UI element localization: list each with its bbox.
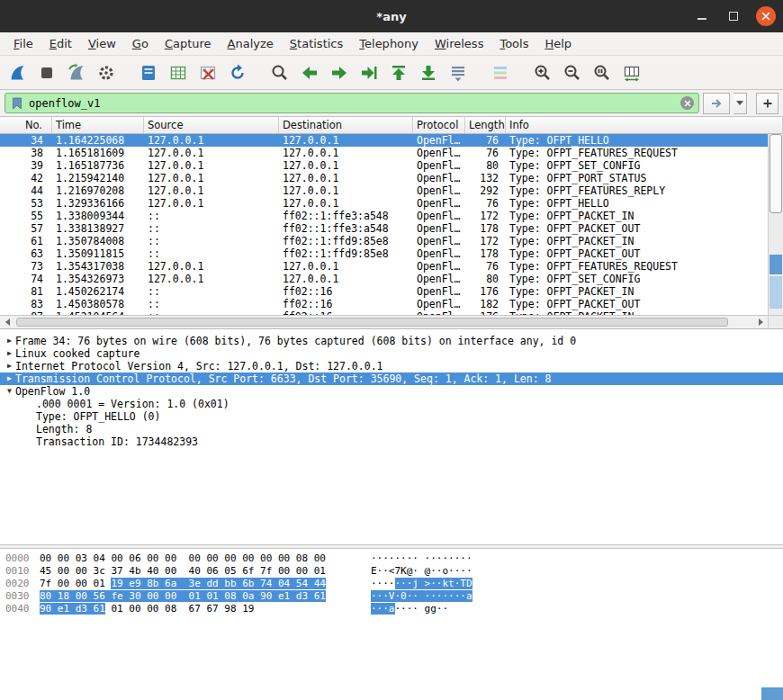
maximize-button[interactable] [724, 7, 742, 25]
column-header-dst[interactable]: Destination [279, 117, 413, 133]
hex-row[interactable]: 00207f 00 00 01 19 e9 8b 6a 3e dd bb 6b … [0, 578, 783, 590]
menu-file[interactable]: File [5, 34, 41, 53]
detail-line[interactable]: Transaction ID: 1734482393 [0, 435, 783, 448]
packet-row[interactable]: 631.350911815::ff02::1:ffd9:85e8OpenFl…1… [0, 247, 783, 260]
go-last-button[interactable] [417, 61, 440, 85]
hex-row[interactable]: 004090 e1 d3 61 01 00 00 08 67 67 98 19·… [0, 603, 783, 615]
expand-arrow-icon[interactable]: ▶ [4, 347, 15, 360]
hex-bytes: 7f 00 00 01 19 e9 8b 6a 3e dd bb 6b 74 0… [40, 578, 349, 590]
packet-row[interactable]: 441.216970208127.0.0.1127.0.0.1OpenFl…29… [0, 184, 783, 197]
cell-proto: OpenFl… [413, 235, 465, 247]
menu-telephony[interactable]: Telephony [351, 34, 427, 53]
detail-line[interactable]: ▶Linux cooked capture [0, 347, 783, 360]
scroll-left-button[interactable] [0, 316, 14, 328]
apply-arrow-icon [709, 96, 724, 111]
go-forward-button[interactable] [328, 61, 351, 85]
packet-row[interactable]: 611.350784008::ff02::1:ffd9:85e8OpenFl…1… [0, 235, 783, 247]
menu-wireless[interactable]: Wireless [427, 34, 491, 53]
column-header-src[interactable]: Source [144, 117, 279, 133]
start-capture-button[interactable] [5, 61, 29, 85]
stop-capture-button[interactable] [35, 61, 58, 85]
auto-scroll-button[interactable] [446, 61, 470, 85]
packet-row[interactable]: 741.354326973127.0.0.1127.0.0.1OpenFl…80… [0, 273, 783, 285]
hex-seg: 00 00 03 04 00 06 00 00 00 00 00 00 00 0… [40, 552, 326, 564]
zoom-original-button[interactable] [590, 61, 614, 85]
collapse-arrow-icon[interactable]: ▼ [4, 385, 15, 398]
filter-add-button[interactable] [756, 93, 778, 114]
minimize-button[interactable] [693, 7, 711, 25]
restart-capture-button[interactable] [65, 61, 88, 85]
hex-row[interactable]: 000000 00 03 04 00 06 00 00 00 00 00 00 … [0, 552, 783, 565]
detail-line[interactable]: Type: OFPT_HELLO (0) [0, 410, 783, 423]
cell-proto: OpenFl… [413, 147, 465, 159]
close-file-button[interactable] [196, 61, 220, 85]
detail-line[interactable]: Length: 8 [0, 423, 783, 435]
packet-row[interactable]: 551.338009344::ff02::1:ffe3:a548OpenFl…1… [0, 210, 783, 222]
menu-statistics[interactable]: Statistics [282, 34, 351, 53]
packet-row[interactable]: 731.354317038127.0.0.1127.0.0.1OpenFl…76… [0, 260, 783, 273]
go-to-packet-button[interactable] [357, 61, 381, 85]
filter-dropdown-button[interactable] [734, 93, 747, 114]
filter-input[interactable] [29, 97, 676, 110]
column-header-info[interactable]: Info [506, 117, 783, 133]
filter-field[interactable] [4, 93, 699, 113]
hscroll-track[interactable] [14, 316, 753, 328]
scrollbar-thumb[interactable] [770, 134, 782, 213]
packet-row[interactable]: 531.329336166127.0.0.1127.0.0.1OpenFl…76… [0, 197, 783, 210]
go-first-button[interactable] [387, 61, 410, 85]
save-file-button[interactable] [166, 61, 190, 85]
detail-line[interactable]: .000 0001 = Version: 1.0 (0x01) [0, 398, 783, 410]
zoom-in-button[interactable] [531, 61, 554, 85]
open-file-button[interactable] [137, 61, 160, 85]
detail-line[interactable]: ▶Frame 34: 76 bytes on wire (608 bits), … [0, 335, 783, 347]
reload-button[interactable] [226, 61, 249, 85]
column-header-len[interactable]: Length [465, 117, 506, 133]
column-header-proto[interactable]: Protocol [413, 117, 465, 133]
menu-analyze[interactable]: Analyze [220, 34, 282, 53]
packet-row[interactable]: 811.450262174::ff02::16OpenFl…176Type: O… [0, 285, 783, 298]
hscroll-thumb[interactable] [16, 318, 728, 327]
menu-tools[interactable]: Tools [491, 34, 536, 53]
cell-src: 127.0.0.1 [144, 159, 279, 172]
menu-capture[interactable]: Capture [157, 34, 220, 53]
colorize-button[interactable] [489, 61, 512, 85]
zoom-out-button[interactable] [561, 61, 584, 85]
expand-arrow-icon[interactable]: ▶ [4, 335, 15, 347]
title-bar[interactable]: *any [0, 0, 783, 32]
expand-arrow-icon[interactable]: ▶ [4, 372, 15, 385]
filter-bookmark-icon[interactable] [10, 96, 24, 111]
packet-list-header[interactable]: No.TimeSourceDestinationProtocolLengthIn… [0, 117, 783, 134]
hex-row[interactable]: 001045 00 00 3c 37 4b 40 00 40 06 05 6f … [0, 565, 783, 578]
packet-row[interactable]: 341.164225068127.0.0.1127.0.0.1OpenFl…76… [0, 134, 783, 147]
packet-row[interactable]: 421.215942140127.0.0.1127.0.0.1OpenFl…13… [0, 172, 783, 184]
cell-dst: 127.0.0.1 [279, 159, 413, 172]
menu-view[interactable]: View [80, 34, 124, 53]
close-button[interactable] [756, 6, 776, 26]
detail-line[interactable]: ▶Transmission Control Protocol, Src Port… [0, 372, 783, 385]
packet-row[interactable]: 571.338138927::ff02::1:ffe3:a548OpenFl…1… [0, 222, 783, 235]
go-back-button[interactable] [298, 61, 321, 85]
find-packet-button[interactable] [268, 61, 292, 85]
resize-columns-button[interactable] [620, 61, 644, 85]
capture-options-button[interactable] [94, 61, 118, 85]
scroll-right-button[interactable] [753, 316, 768, 328]
packet-row[interactable]: 381.165181609127.0.0.1127.0.0.1OpenFl…76… [0, 147, 783, 159]
packet-list-scrollbar[interactable] [768, 134, 783, 315]
column-header-time[interactable]: Time [52, 117, 144, 133]
packet-row[interactable]: 871.452104564::ff02::16OpenFl…176Type: O… [0, 310, 783, 315]
horizontal-scrollbar[interactable] [0, 315, 783, 329]
expand-arrow-icon[interactable]: ▶ [4, 360, 15, 372]
cell-time: 1.215942140 [52, 172, 144, 184]
menu-help[interactable]: Help [536, 34, 580, 53]
cell-len: 76 [465, 147, 506, 159]
menu-go[interactable]: Go [124, 34, 157, 53]
packet-row[interactable]: 391.165187736127.0.0.1127.0.0.1OpenFl…80… [0, 159, 783, 172]
column-header-no[interactable]: No. [0, 117, 52, 133]
detail-line[interactable]: ▶Internet Protocol Version 4, Src: 127.0… [0, 360, 783, 372]
menu-edit[interactable]: Edit [41, 34, 80, 53]
hex-row[interactable]: 003080 18 00 56 fe 30 00 00 01 01 08 0a … [0, 590, 783, 603]
filter-clear-button[interactable] [680, 96, 694, 110]
packet-row[interactable]: 831.450380578::ff02::16OpenFl…182Type: O… [0, 298, 783, 310]
detail-line[interactable]: ▼OpenFlow 1.0 [0, 385, 783, 398]
filter-apply-button[interactable] [703, 93, 730, 114]
